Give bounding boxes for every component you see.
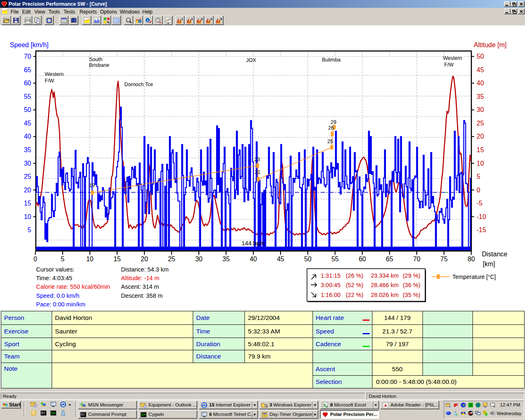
- svg-text:60: 60: [358, 256, 366, 262]
- svg-text:50: 50: [477, 53, 484, 60]
- svg-text:Altitude: -14 m: Altitude: -14 m: [121, 275, 160, 281]
- svg-text:Time: 4:03:45: Time: 4:03:45: [36, 275, 72, 281]
- svg-text:15: 15: [24, 200, 31, 207]
- svg-text:Descent: 358 m: Descent: 358 m: [121, 292, 163, 299]
- svg-text:F/W: F/W: [444, 62, 454, 68]
- svg-text:25: 25: [477, 120, 484, 127]
- svg-text:25: 25: [168, 256, 175, 262]
- svg-text:15: 15: [114, 256, 121, 262]
- svg-text:50: 50: [24, 106, 31, 113]
- svg-text:(52 %): (52 %): [346, 282, 363, 288]
- svg-text:10: 10: [86, 256, 94, 262]
- svg-text:5: 5: [61, 256, 64, 262]
- svg-text:65: 65: [386, 256, 393, 262]
- svg-text:Western: Western: [443, 55, 462, 61]
- svg-text:Altitude [m]: Altitude [m]: [474, 41, 507, 48]
- svg-text:JOX: JOX: [246, 57, 256, 63]
- svg-text:23: 23: [254, 157, 260, 162]
- svg-text:Bulimba: Bulimba: [322, 57, 340, 63]
- svg-text:26: 26: [328, 125, 334, 131]
- svg-text:40: 40: [477, 80, 484, 87]
- svg-text:144 bpm: 144 bpm: [242, 240, 265, 247]
- svg-text:25: 25: [24, 173, 31, 180]
- svg-text:Distance: Distance: [482, 251, 507, 258]
- svg-text:19: 19: [89, 183, 95, 188]
- svg-text:(22 %): (22 %): [346, 292, 363, 298]
- svg-text:20: 20: [477, 133, 484, 140]
- svg-text:45: 45: [477, 66, 484, 73]
- svg-text:35: 35: [222, 256, 230, 262]
- svg-text:3:00:45: 3:00:45: [321, 282, 340, 288]
- svg-text:1:16:00: 1:16:00: [321, 292, 340, 298]
- svg-text:(36 %): (36 %): [403, 282, 420, 288]
- svg-text:C:\: C:\: [41, 411, 45, 414]
- svg-text:X: X: [323, 403, 326, 408]
- svg-text:80: 80: [468, 256, 475, 262]
- svg-text:10: 10: [477, 160, 484, 167]
- svg-text:South: South: [89, 57, 103, 62]
- svg-text:(26 %): (26 %): [346, 272, 363, 279]
- svg-text:Western: Western: [45, 71, 64, 77]
- svg-text:29: 29: [331, 119, 336, 125]
- svg-text:C:\: C:\: [81, 413, 85, 416]
- svg-text:1:31:15: 1:31:15: [321, 272, 340, 279]
- svg-text:0: 0: [34, 256, 37, 262]
- svg-text:10: 10: [24, 213, 31, 220]
- svg-text:50: 50: [304, 256, 312, 262]
- svg-text:28.466 km: 28.466 km: [371, 282, 399, 288]
- svg-text:Pace: 0:00 min/km: Pace: 0:00 min/km: [36, 301, 85, 308]
- svg-text:70: 70: [24, 53, 31, 60]
- svg-text:Calorie rate: 550 kcal/60min: Calorie rate: 550 kcal/60min: [36, 283, 110, 290]
- svg-text:Temperature [°C]: Temperature [°C]: [452, 274, 496, 280]
- svg-text:[km]: [km]: [483, 260, 495, 267]
- svg-text:15: 15: [477, 146, 484, 153]
- svg-text:40: 40: [24, 133, 31, 140]
- svg-text:5: 5: [477, 173, 480, 180]
- svg-text:35: 35: [24, 146, 31, 153]
- svg-text:23.334 km: 23.334 km: [371, 272, 399, 279]
- svg-text:45: 45: [277, 256, 284, 262]
- svg-text:F/W: F/W: [45, 78, 54, 84]
- svg-text:Dornoch Tce: Dornoch Tce: [124, 82, 153, 87]
- svg-text:Speed: 0.0 km/h: Speed: 0.0 km/h: [36, 292, 80, 299]
- svg-text:(35 %): (35 %): [403, 292, 420, 298]
- svg-text:35: 35: [477, 93, 484, 100]
- svg-text:25: 25: [327, 139, 333, 144]
- svg-text:20: 20: [24, 187, 31, 194]
- svg-text:Cursor values:: Cursor values:: [36, 266, 74, 273]
- svg-text:70: 70: [413, 256, 420, 262]
- svg-text:(29 %): (29 %): [403, 272, 420, 279]
- svg-text:5: 5: [27, 226, 31, 233]
- svg-text:Brisbane: Brisbane: [89, 62, 109, 68]
- svg-text:-15: -15: [477, 226, 486, 233]
- svg-text:-10: -10: [477, 213, 486, 220]
- svg-text:40: 40: [250, 256, 257, 262]
- svg-text:30: 30: [195, 256, 203, 262]
- svg-text:0: 0: [477, 187, 480, 194]
- svg-text:Distance: 54.3 km: Distance: 54.3 km: [121, 266, 169, 273]
- svg-text:75: 75: [441, 256, 448, 262]
- svg-text:55: 55: [331, 256, 339, 262]
- svg-text:60: 60: [24, 80, 31, 87]
- svg-text:21: 21: [255, 169, 260, 175]
- svg-text:Speed [km/h]: Speed [km/h]: [10, 41, 48, 48]
- svg-text:65: 65: [24, 66, 31, 73]
- svg-text:30: 30: [477, 106, 484, 113]
- svg-text:-5: -5: [477, 200, 482, 207]
- svg-text:30: 30: [24, 160, 31, 167]
- svg-text:55: 55: [24, 93, 31, 100]
- svg-text:20: 20: [141, 256, 148, 262]
- svg-text:45: 45: [24, 120, 31, 127]
- svg-text:Ascent: 314 m: Ascent: 314 m: [121, 283, 159, 290]
- svg-text:28.026 km: 28.026 km: [371, 292, 399, 298]
